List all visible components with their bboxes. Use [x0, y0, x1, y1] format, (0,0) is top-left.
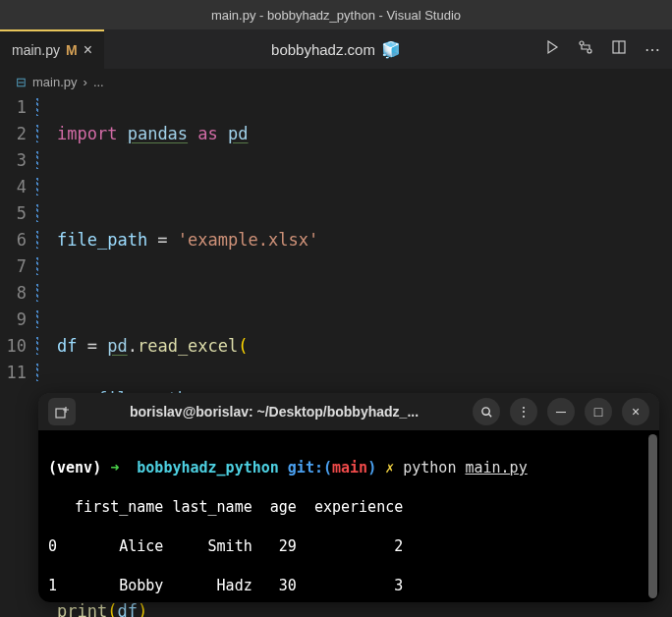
line-gutter: 1234567891011 [0, 94, 39, 617]
svg-point-0 [580, 41, 584, 45]
terminal-scrollbar[interactable] [648, 434, 657, 598]
maximize-icon[interactable]: □ [585, 398, 612, 425]
breadcrumb-more[interactable]: ... [93, 75, 104, 89]
terminal-line: (venv) ➜ bobbyhadz_python git:(main) ✗ p… [48, 458, 649, 477]
new-tab-button[interactable] [48, 398, 76, 425]
cube-icon: 🧊 [381, 40, 401, 59]
terminal-output-row: 1 Bobby Hadz 30 3 [48, 576, 649, 595]
op-eq: = [147, 230, 178, 250]
play-icon[interactable] [544, 39, 560, 59]
split-editor-icon[interactable] [611, 39, 627, 59]
terminal-window: borislav@borislav: ~/Desktop/bobbyhadz_.… [38, 393, 659, 602]
str-example: 'example.xlsx' [178, 230, 318, 250]
breadcrumb[interactable]: ⊟ main.py › ... [0, 69, 672, 94]
tab-modified-indicator: M [66, 42, 78, 58]
close-icon[interactable]: × [84, 41, 92, 59]
paren-open: ( [238, 336, 248, 356]
git-compare-icon[interactable] [578, 39, 593, 59]
tab-name: main.py [12, 42, 60, 58]
var-filepath: file_path [57, 230, 147, 250]
kw-as: as [197, 124, 217, 143]
terminal-header: borislav@borislav: ~/Desktop/bobbyhadz_.… [38, 393, 659, 430]
op-eq2: = [77, 336, 107, 356]
svg-line-8 [488, 414, 491, 417]
more-icon[interactable]: ⋯ [644, 40, 660, 59]
alias-pd: pd [228, 124, 248, 143]
svg-point-7 [481, 407, 488, 414]
terminal-output-header: first_name last_name age experience [48, 497, 649, 517]
tab-bar: main.py M × bobbyhadz.com 🧊 ⋯ [0, 29, 672, 69]
center-label: bobbyhadz.com 🧊 [271, 40, 401, 59]
terminal-output-row: 0 Alice Smith 29 2 [48, 536, 649, 556]
kw-import: import [57, 124, 117, 143]
terminal-title: borislav@borislav: ~/Desktop/bobbyhadz_.… [85, 404, 463, 420]
search-icon[interactable] [473, 398, 500, 425]
op-dot: . [128, 336, 138, 356]
editor-toolbar: ⋯ [544, 39, 660, 59]
terminal-body[interactable]: (venv) ➜ bobbyhadz_python git:(main) ✗ p… [38, 430, 659, 602]
menu-icon[interactable]: ⋮ [510, 398, 537, 425]
var-df: df [57, 336, 77, 356]
close-window-icon[interactable]: × [622, 398, 649, 425]
tab-main-py[interactable]: main.py M × [0, 29, 104, 69]
mod-pandas: pandas [128, 124, 188, 143]
python-file-icon: ⊟ [16, 75, 27, 89]
paren-open2: ( [107, 601, 117, 617]
window-title-bar: main.py - bobbyhadz_python - Visual Stud… [0, 0, 672, 29]
window-title: main.py - bobbyhadz_python - Visual Stud… [211, 8, 461, 23]
arg-df: df [117, 601, 137, 617]
fn-print: print [57, 601, 107, 617]
fn-readexcel: read_excel [138, 336, 238, 356]
paren-close2: ) [138, 601, 147, 617]
svg-point-1 [588, 49, 591, 53]
ref-pd: pd [107, 336, 127, 356]
breadcrumb-file[interactable]: main.py [32, 75, 78, 89]
site-label: bobbyhadz.com [271, 41, 375, 58]
breadcrumb-sep: › [84, 75, 87, 89]
minimize-icon[interactable]: ─ [547, 398, 575, 425]
